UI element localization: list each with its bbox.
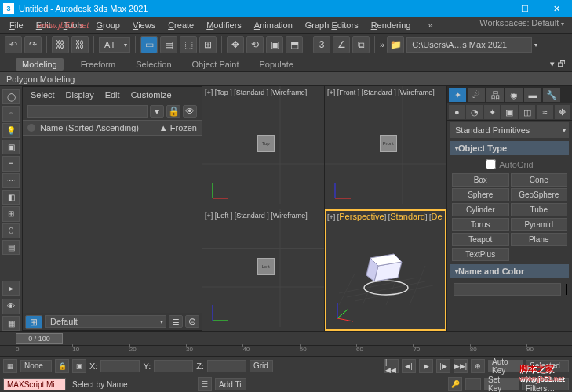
view-icon[interactable]: 👁 [183, 105, 197, 118]
object-name-input[interactable] [454, 283, 561, 296]
current-frame-input[interactable] [465, 378, 481, 390]
helpers-icon[interactable]: ◫ [519, 105, 535, 119]
menu-rendering[interactable]: Rendering [365, 19, 417, 31]
menu-create[interactable]: Create [162, 19, 200, 31]
objtype-sphere[interactable]: Sphere [452, 188, 509, 201]
time-config-icon[interactable]: 🔑 [448, 377, 462, 391]
cameras-icon[interactable]: ▣ [501, 105, 517, 119]
window-crossing-icon[interactable]: ⊞ [199, 36, 217, 53]
polygon-modeling-bar[interactable]: Polygon Modeling [0, 72, 572, 86]
menu-file[interactable]: File [3, 19, 30, 31]
track-bar[interactable]: 0102030405060708090 [0, 345, 572, 356]
unlink-icon[interactable]: ⛓ [71, 36, 89, 53]
viewcube-left[interactable]: Left [257, 258, 275, 275]
tab-objectpaint[interactable]: Object Paint [189, 58, 242, 71]
maxscript-listener[interactable]: MAXScript Mi [3, 378, 66, 390]
workspace-selector[interactable]: Workspaces: Default ▾ [479, 18, 564, 27]
sphere-icon[interactable]: ◯ [2, 89, 20, 104]
bone-icon[interactable]: ⬯ [2, 223, 20, 238]
x-coord-input[interactable] [100, 360, 140, 372]
objtype-textplus[interactable]: TextPlus [452, 248, 509, 261]
isolate-icon[interactable]: 🔒 [55, 359, 69, 373]
display-tab-icon[interactable]: ▬ [524, 88, 541, 102]
viewcube-top[interactable]: Top [257, 135, 275, 152]
goto-start-icon[interactable]: |◀◀ [384, 359, 399, 373]
z-coord-input[interactable] [207, 360, 246, 372]
undo-icon[interactable]: ↶ [5, 36, 22, 53]
autogrid-checkbox[interactable] [486, 159, 496, 169]
rect-region-icon[interactable]: ⬚ [180, 36, 197, 53]
se-search-input[interactable] [27, 105, 148, 118]
placement-icon[interactable]: ⬒ [286, 36, 303, 53]
tab-populate[interactable]: Populate [256, 58, 296, 71]
menu-graph[interactable]: Graph Editors [299, 19, 365, 31]
container-icon[interactable]: ▤ [2, 240, 20, 255]
time-slider[interactable]: 0 / 100 [0, 331, 572, 345]
lock-selection-icon[interactable]: ▦ [3, 359, 17, 373]
menu-views[interactable]: Views [126, 19, 162, 31]
maximize-button[interactable]: ☐ [509, 0, 541, 17]
viewcube-front[interactable]: Front [380, 135, 397, 152]
se-column-header[interactable]: Name (Sorted Ascending) ▲ Frozen [23, 120, 202, 136]
menu-overflow[interactable]: » [421, 19, 439, 31]
geometry-icon[interactable]: ● [449, 105, 465, 119]
viewport-front[interactable]: [+] [Front ] [Standard ] [Wireframe] Fro… [325, 86, 446, 209]
ribbon-pin-icon[interactable]: ▾ 🗗 [550, 59, 566, 69]
objtype-torus[interactable]: Torus [452, 218, 509, 231]
layers-icon[interactable]: ≣ [169, 315, 183, 328]
display-mode-icon[interactable]: ⊞ [25, 315, 42, 329]
filter-icon[interactable]: ▾ [150, 105, 164, 118]
motion-tab-icon[interactable]: ◉ [505, 88, 523, 102]
objtype-pyramid[interactable]: Pyramid [511, 218, 568, 231]
collapse-icon[interactable]: ▸ [2, 281, 20, 296]
se-tree[interactable] [23, 136, 202, 313]
toolbar-overflow[interactable]: » [380, 40, 384, 49]
objtype-plane[interactable]: Plane [511, 233, 568, 246]
objtype-cylinder[interactable]: Cylinder [452, 203, 509, 216]
menu-group[interactable]: Group [89, 19, 126, 31]
goto-end-icon[interactable]: ▶▶| [454, 359, 468, 373]
menu-animation[interactable]: Animation [248, 19, 299, 31]
mirror-icon[interactable]: ⧉ [352, 36, 370, 53]
tab-freeform[interactable]: Freeform [78, 58, 119, 71]
selection-filter[interactable]: All [99, 37, 130, 53]
autokey-button[interactable]: Auto Key [488, 360, 523, 372]
light-icon[interactable]: 💡 [2, 123, 20, 138]
spacewarps-icon[interactable]: ≈ [537, 105, 552, 119]
sort-icon[interactable]: ⊜ [185, 315, 199, 328]
minimize-button[interactable]: ─ [478, 0, 509, 17]
viewport-perspective[interactable]: [+] [Perspective] [Standard] [De [325, 209, 446, 332]
utilities-tab-icon[interactable]: 🔧 [543, 88, 560, 102]
lights-icon[interactable]: ✦ [484, 105, 500, 119]
se-customize[interactable]: Customize [131, 90, 172, 100]
angle-snap-icon[interactable]: ∠ [333, 36, 350, 53]
folder-icon[interactable]: 📁 [387, 36, 404, 53]
objtype-teapot[interactable]: Teapot [452, 233, 509, 246]
link-icon[interactable]: ⛓ [52, 36, 69, 53]
viewport-top[interactable]: [+] [Top ] [Standard ] [Wireframe] Top [202, 86, 324, 209]
selection-lock-icon[interactable]: ▣ [72, 359, 86, 373]
prev-frame-icon[interactable]: ◀| [402, 359, 416, 373]
key-mode-icon[interactable]: ⊕ [471, 359, 485, 373]
objtype-cone[interactable]: Cone [511, 173, 568, 187]
create-tab-icon[interactable]: ✦ [449, 88, 466, 102]
move-icon[interactable]: ✥ [227, 36, 244, 53]
setkey-button[interactable]: Set Key [484, 378, 519, 390]
viewport-left[interactable]: [+] [Left ] [Standard ] [Wireframe] Left [202, 209, 324, 332]
select-icon[interactable]: ▭ [140, 36, 158, 53]
objtype-geosphere[interactable]: GeoSphere [511, 188, 568, 201]
next-frame-icon[interactable]: |▶ [436, 359, 450, 373]
script-icon[interactable]: ☰ [198, 377, 212, 391]
close-button[interactable]: ✕ [541, 0, 572, 17]
shapes-icon[interactable]: ◔ [466, 105, 482, 119]
lock-icon[interactable]: 🔒 [166, 105, 180, 118]
se-edit[interactable]: Edit [105, 90, 120, 100]
tab-modeling[interactable]: Modeling [16, 58, 64, 71]
cube-icon[interactable]: ▫ [2, 106, 20, 121]
se-select[interactable]: Select [31, 90, 55, 100]
category-dropdown[interactable]: Standard Primitives [450, 122, 569, 138]
scale-icon[interactable]: ▣ [266, 36, 283, 53]
snap-icon[interactable]: 3 [313, 36, 330, 53]
project-path[interactable]: C:\Users\A…s Max 2021 [406, 37, 532, 53]
modify-tab-icon[interactable]: ☄ [468, 88, 485, 102]
